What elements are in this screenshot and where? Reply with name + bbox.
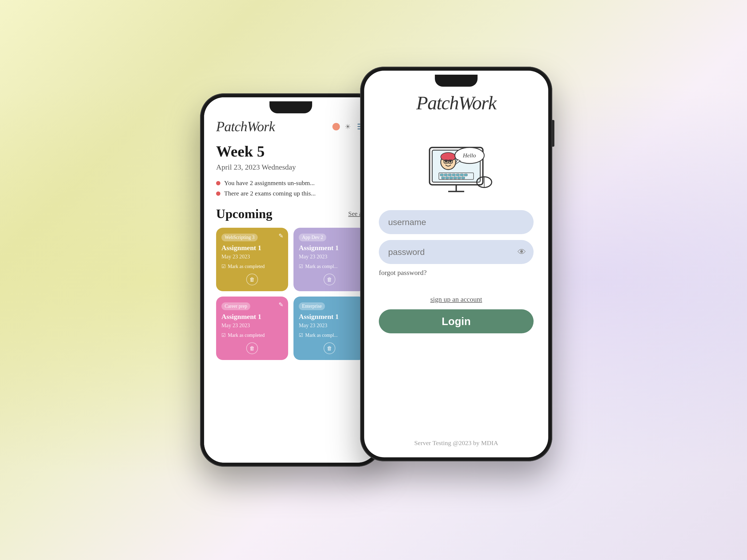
svg-rect-11 (464, 174, 467, 176)
checkbox-icon-1: ☑ (222, 264, 226, 269)
illustration: Hello (379, 124, 534, 198)
cards-grid: WebScripting 3 ✎ Assignment 1 May 23 202… (216, 228, 365, 360)
svg-rect-6 (444, 174, 447, 176)
phones-container: PatchWork ☀ Week 5 April 23, 2023 Wednes… (187, 40, 560, 520)
phone-right: PatchWork (360, 67, 552, 461)
card-name-2: Assignment 1 (299, 244, 360, 252)
upcoming-title: Upcoming (216, 206, 273, 221)
username-input[interactable] (379, 210, 534, 234)
trash-container-3: 🗑 (222, 342, 283, 354)
svg-point-22 (445, 160, 447, 162)
alert-dot-icon (216, 181, 221, 185)
svg-rect-13 (445, 177, 449, 179)
card-tag-1: WebScripting 3 (222, 234, 258, 241)
login-logo: PatchWork (416, 92, 496, 114)
card-tag-4: Enterprise (299, 302, 325, 310)
footer-text: Server Testing @2023 by MDIA (414, 431, 498, 447)
trash-button-3[interactable]: 🗑 (246, 342, 258, 354)
svg-rect-14 (449, 177, 453, 179)
svg-rect-5 (440, 174, 443, 176)
dashboard-logo: PatchWork (216, 119, 275, 134)
svg-rect-8 (452, 174, 456, 176)
mark-complete-2[interactable]: ☑ Mark as compl... (299, 264, 360, 269)
notch-left (269, 101, 312, 113)
card-date-3: May 23 2023 (222, 322, 283, 328)
eye-icon[interactable]: 👁 (518, 247, 526, 257)
mark-complete-4[interactable]: ☑ Mark as compl... (299, 332, 360, 338)
svg-rect-12 (441, 177, 445, 179)
svg-rect-15 (454, 177, 457, 179)
card-name-3: Assignment 1 (222, 313, 283, 321)
svg-rect-17 (462, 177, 465, 179)
login-screen: PatchWork (364, 71, 548, 457)
assignment-card-4: Enterprise Assignment 1 May 23 2023 ☑ Ma… (293, 296, 365, 360)
alert-item-2: There are 2 exams coming up this... (216, 190, 365, 197)
card-tag-2: App Dev 2 (299, 234, 326, 241)
trash-button-4[interactable]: 🗑 (324, 342, 335, 354)
mark-complete-label-1: Mark as completed (228, 264, 265, 269)
card-name-1: Assignment 1 (222, 244, 283, 252)
mark-complete-label-4: Mark as compl... (305, 332, 337, 338)
card-name-4: Assignment 1 (299, 313, 360, 321)
card-date-2: May 23 2023 (299, 254, 360, 260)
login-form: 👁 forgot password? sign up an account Lo… (379, 210, 534, 334)
phone-left: PatchWork ☀ Week 5 April 23, 2023 Wednes… (200, 93, 382, 466)
forgot-password-link[interactable]: forgot password? (379, 269, 534, 277)
assignment-card-2: App Dev 2 Assignment 1 May 23 2023 ☑ Mar… (293, 228, 365, 291)
phone-left-screen: PatchWork ☀ Week 5 April 23, 2023 Wednes… (204, 97, 378, 463)
dashboard-screen: PatchWork ☀ Week 5 April 23, 2023 Wednes… (204, 97, 378, 463)
svg-rect-7 (448, 174, 452, 176)
trash-container-2: 🗑 (299, 274, 360, 285)
sign-up-link[interactable]: sign up an account (379, 295, 534, 303)
alert-text-1: You have 2 assignments un-subm... (224, 180, 315, 187)
trash-container-4: 🗑 (299, 342, 360, 354)
notch-right (435, 75, 478, 87)
sun-icon[interactable]: ☀ (345, 123, 353, 131)
trash-button-1[interactable]: 🗑 (246, 274, 258, 285)
svg-rect-9 (456, 174, 459, 176)
svg-point-23 (449, 160, 452, 162)
password-wrapper: 👁 (379, 240, 534, 264)
edit-icon-3[interactable]: ✎ (279, 301, 283, 308)
assignment-card-3: Career prep ✎ Assignment 1 May 23 2023 ☑… (216, 296, 288, 360)
alert-item-1: You have 2 assignments un-subm... (216, 180, 365, 187)
svg-rect-10 (460, 174, 463, 176)
alerts-section: You have 2 assignments un-subm... There … (216, 180, 365, 197)
assignment-card-1: WebScripting 3 ✎ Assignment 1 May 23 202… (216, 228, 288, 291)
checkbox-icon-4: ☑ (299, 332, 303, 338)
checkbox-icon-2: ☑ (299, 264, 303, 269)
dashboard-header: PatchWork ☀ (216, 119, 365, 134)
card-tag-3: Career prep (222, 302, 250, 310)
alert-dot-icon (216, 191, 221, 196)
svg-rect-16 (458, 177, 461, 179)
svg-text:Hello: Hello (463, 152, 476, 159)
date-line: April 23, 2023 Wednesday (216, 163, 365, 171)
edit-icon-1[interactable]: ✎ (279, 233, 283, 239)
mark-complete-3[interactable]: ☑ Mark as completed (222, 332, 283, 338)
week-title: Week 5 (216, 142, 365, 160)
mark-complete-label-2: Mark as compl... (305, 264, 337, 269)
phone-right-screen: PatchWork (364, 71, 548, 457)
hello-illustration: Hello (413, 126, 499, 195)
login-button[interactable]: Login (379, 309, 534, 334)
card-date-4: May 23 2023 (299, 322, 360, 328)
trash-container-1: 🗑 (222, 274, 283, 285)
mark-complete-1[interactable]: ☑ Mark as completed (222, 264, 283, 269)
password-input[interactable] (379, 240, 534, 264)
svg-point-21 (441, 153, 456, 161)
checkbox-icon-3: ☑ (222, 332, 226, 338)
card-date-1: May 23 2023 (222, 254, 283, 260)
upcoming-header: Upcoming See all (216, 206, 365, 221)
alert-text-2: There are 2 exams coming up this... (224, 190, 316, 197)
trash-button-2[interactable]: 🗑 (324, 274, 335, 285)
mark-complete-label-3: Mark as completed (228, 332, 265, 338)
orange-dot-icon[interactable] (332, 123, 340, 130)
